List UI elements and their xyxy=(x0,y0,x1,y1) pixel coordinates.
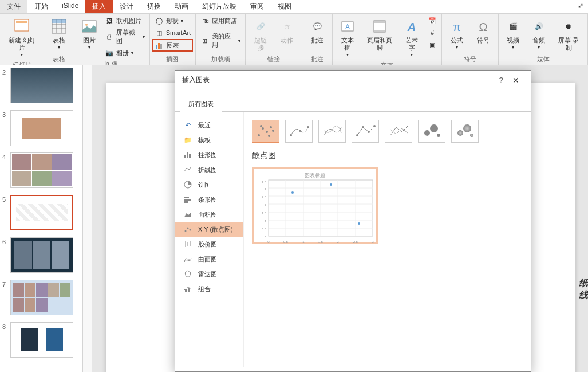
wordart-icon: A xyxy=(402,17,421,36)
comment-icon: 💬 xyxy=(308,17,326,36)
audio-button[interactable]: 🔊音频▾ xyxy=(527,15,551,52)
svg-text:Ω: Ω xyxy=(479,21,488,33)
smartart-icon: ◫ xyxy=(155,28,164,37)
svg-rect-17 xyxy=(374,30,385,32)
screenshot-button[interactable]: ⎙屏幕截图▾ xyxy=(102,27,147,46)
svg-text:3: 3 xyxy=(265,187,267,191)
action-icon: ☆ xyxy=(278,17,296,36)
dialog-header[interactable]: 插入图表 ? ✕ xyxy=(175,71,531,89)
chart-type-radar[interactable]: 雷达图 xyxy=(175,267,243,281)
svg-point-52 xyxy=(430,124,438,132)
menu-islide[interactable]: iSlide xyxy=(55,0,85,13)
myapps-button[interactable]: ⊞我的应用▾ xyxy=(198,31,243,50)
svg-point-56 xyxy=(470,134,473,137)
tab-all-charts[interactable]: 所有图表 xyxy=(180,96,222,112)
scatter-subtype-markers[interactable] xyxy=(252,120,279,143)
thumb-num: 4 xyxy=(2,152,10,188)
slide-thumb[interactable] xyxy=(10,280,73,315)
thumb-num: 8 xyxy=(2,322,10,358)
store-button[interactable]: 🛍应用商店 xyxy=(198,15,243,26)
equation-button[interactable]: π公式▾ xyxy=(444,15,469,52)
chart-type-bar[interactable]: 条形图 xyxy=(175,192,243,207)
smartart-button[interactable]: ◫SmartArt xyxy=(152,27,193,38)
online-pictures-button[interactable]: 🖼联机图片 xyxy=(102,15,147,26)
svg-rect-7 xyxy=(52,19,66,23)
chart-type-template[interactable]: 📁模板 xyxy=(175,132,243,147)
chevron-down-icon: ▾ xyxy=(143,34,145,40)
column-chart-icon xyxy=(183,150,192,159)
recent-icon: ↶ xyxy=(183,120,192,130)
chart-type-pie[interactable]: 饼图 xyxy=(175,177,243,192)
object-button[interactable]: ▣ xyxy=(425,39,439,50)
scatter-subtype-straight-markers[interactable] xyxy=(352,120,379,143)
record-button[interactable]: ⏺屏幕 录制 xyxy=(553,15,585,54)
chart-type-area[interactable]: 面积图 xyxy=(175,207,243,222)
svg-point-51 xyxy=(424,130,430,136)
svg-point-9 xyxy=(85,24,88,26)
scatter-subtype-bubble[interactable] xyxy=(418,120,445,143)
menu-design[interactable]: 设计 xyxy=(113,0,140,13)
chart-type-combo[interactable]: 组合 xyxy=(175,281,243,296)
menu-insert[interactable]: 插入 xyxy=(85,0,113,13)
album-button[interactable]: 📷相册▾ xyxy=(102,47,147,58)
scatter-subtype-smooth-markers[interactable] xyxy=(285,120,313,143)
chart-type-scatter[interactable]: X Y (散点图) xyxy=(175,222,243,237)
new-slide-button[interactable]: 新建 幻灯片 ▾ xyxy=(2,15,41,60)
thumb-num: 7 xyxy=(2,280,10,315)
svg-point-43 xyxy=(272,130,274,132)
hyperlink-button[interactable]: 🔗超链接 xyxy=(248,15,274,54)
menu-animation[interactable]: 动画 xyxy=(168,0,195,13)
menu-transition[interactable]: 切换 xyxy=(140,0,168,13)
video-button[interactable]: 🎬视频▾ xyxy=(501,15,526,52)
chart-type-recent[interactable]: ↶最近 xyxy=(175,118,243,132)
chart-preview-thumbnail[interactable]: 图表标题 xyxy=(252,167,378,244)
close-icon[interactable]: ✕ xyxy=(508,76,524,85)
chart-type-column[interactable]: 柱形图 xyxy=(175,147,243,162)
vertical-ruler xyxy=(83,65,92,372)
scatter-subtype-smooth[interactable] xyxy=(318,120,346,143)
svg-point-40 xyxy=(270,126,272,128)
symbol-button[interactable]: Ω符号 xyxy=(471,15,496,46)
chevron-down-icon: ▾ xyxy=(346,52,349,57)
collapse-ribbon-icon[interactable]: ⤢ xyxy=(573,0,588,13)
menu-file[interactable]: 文件 xyxy=(0,0,27,13)
scatter-subtype-straight[interactable] xyxy=(385,120,412,143)
svg-text:3.5: 3.5 xyxy=(262,181,267,184)
menu-review[interactable]: 审阅 xyxy=(243,0,271,13)
chart-type-surface[interactable]: 曲面图 xyxy=(175,252,243,267)
slide-thumb-selected[interactable] xyxy=(10,195,73,230)
chart-subtype-row xyxy=(252,120,523,143)
comment-button[interactable]: 💬批注 xyxy=(305,15,330,46)
slide-thumb[interactable] xyxy=(10,237,73,273)
object-icon: ▣ xyxy=(428,40,437,49)
svg-text:0.5: 0.5 xyxy=(262,228,267,231)
help-icon[interactable]: ? xyxy=(494,76,508,85)
slidenum-button[interactable]: # xyxy=(425,27,439,38)
svg-point-41 xyxy=(260,125,262,127)
chart-button[interactable]: 图表 xyxy=(152,39,193,52)
date-button[interactable]: 📅 xyxy=(425,15,439,26)
menu-slideshow[interactable]: 幻灯片放映 xyxy=(195,0,243,13)
action-button[interactable]: ☆动作 xyxy=(275,15,300,46)
chart-type-line[interactable]: 折线图 xyxy=(175,162,243,177)
svg-point-30 xyxy=(190,229,191,231)
scatter-subtype-bubble-3d[interactable] xyxy=(451,120,479,143)
slide-thumb[interactable] xyxy=(10,152,73,188)
menu-home[interactable]: 开始 xyxy=(27,0,55,13)
slide-thumb[interactable] xyxy=(10,322,73,358)
slide-thumb[interactable] xyxy=(10,110,73,146)
picture-button[interactable]: 图片 ▾ xyxy=(77,15,101,52)
textbox-button[interactable]: A文本框▾ xyxy=(335,15,360,60)
slide-thumb[interactable] xyxy=(10,68,73,103)
svg-marker-34 xyxy=(185,271,191,277)
thumb-num: 6 xyxy=(2,237,10,273)
table-button[interactable]: 表格 ▾ xyxy=(46,15,72,52)
header-footer-button[interactable]: 页眉和页脚 xyxy=(361,15,398,54)
menu-view[interactable]: 视图 xyxy=(271,0,298,13)
chart-type-stock[interactable]: 股价图 xyxy=(175,237,243,252)
shapes-button[interactable]: ◯形状▾ xyxy=(152,15,193,26)
svg-rect-22 xyxy=(187,152,188,158)
wordart-button[interactable]: A艺术字▾ xyxy=(399,15,424,60)
slide-thumbnails-panel[interactable]: 2 3 4 5 6 7 8 xyxy=(0,65,83,372)
chevron-down-icon: ▾ xyxy=(131,50,133,56)
